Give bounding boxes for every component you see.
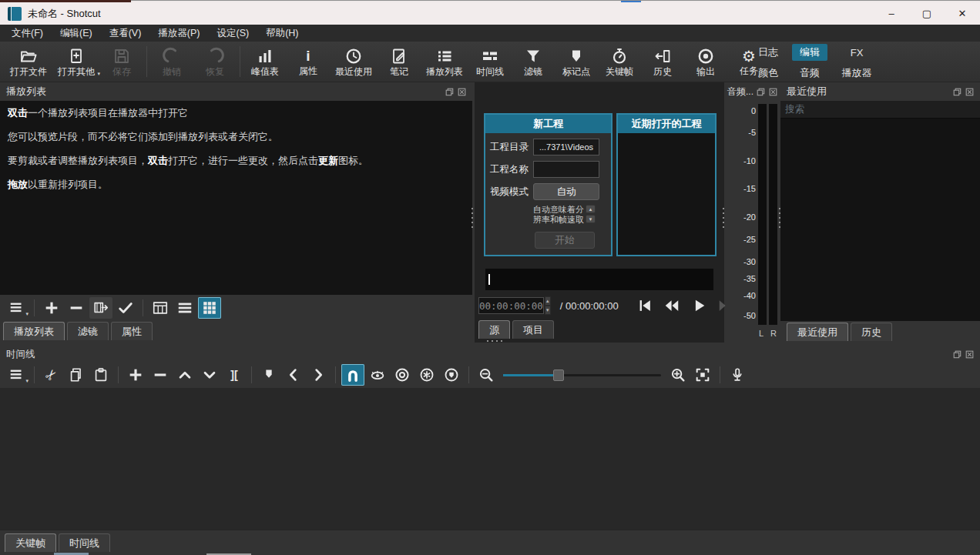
- playlist-update-button[interactable]: [114, 297, 137, 319]
- float-panel-icon[interactable]: [445, 88, 454, 96]
- play-button[interactable]: [690, 296, 708, 315]
- menu-file[interactable]: 文件(F): [3, 25, 52, 42]
- close-panel-icon[interactable]: [458, 88, 466, 96]
- open-file-button[interactable]: 打开文件: [5, 45, 52, 79]
- create-marker-button[interactable]: [257, 364, 280, 386]
- skip-to-start-button[interactable]: [636, 296, 654, 315]
- layout-audio[interactable]: 音频: [792, 65, 827, 82]
- timeline-menu-button[interactable]: ▾: [5, 364, 29, 386]
- timeline-zoom-slider[interactable]: [503, 366, 661, 384]
- recent-projects-list[interactable]: [618, 133, 715, 255]
- lift-button[interactable]: [173, 364, 196, 386]
- timecode-field[interactable]: 00:00:00:00: [478, 297, 544, 314]
- float-panel-icon[interactable]: [757, 88, 765, 96]
- record-audio-button[interactable]: [726, 364, 749, 386]
- keyframes-button[interactable]: 关键帧: [598, 45, 641, 79]
- save-button[interactable]: 保存: [100, 45, 143, 79]
- layout-player[interactable]: 播放器: [834, 65, 880, 82]
- ripple-button[interactable]: [391, 364, 414, 386]
- playlist-remove-button[interactable]: [65, 297, 88, 319]
- markers-button[interactable]: 标记点: [555, 45, 598, 79]
- slider-handle[interactable]: [553, 369, 564, 381]
- start-button[interactable]: 开始: [535, 232, 595, 249]
- player-scrub-bar[interactable]: [485, 269, 713, 290]
- undo-button[interactable]: 撤销: [150, 45, 193, 79]
- layout-logging[interactable]: 日志: [750, 44, 786, 61]
- splitter-handle[interactable]: [722, 206, 725, 229]
- hint-scroll-up-button[interactable]: ▲: [586, 205, 596, 213]
- tab-source[interactable]: 源: [478, 320, 510, 339]
- layout-editing[interactable]: 编辑: [792, 44, 827, 61]
- layout-color[interactable]: 颜色: [750, 65, 786, 82]
- close-panel-icon[interactable]: [965, 88, 974, 96]
- tab-filters[interactable]: 滤镜: [67, 322, 109, 340]
- recent-button[interactable]: 最近使用: [330, 45, 378, 79]
- zoom-in-button[interactable]: [666, 364, 690, 386]
- ripple-delete-button[interactable]: [149, 364, 172, 386]
- timeline-tracks-area[interactable]: [0, 388, 980, 530]
- rewind-button[interactable]: [663, 296, 681, 315]
- maximize-button[interactable]: ▢: [909, 2, 945, 25]
- cut-button[interactable]: ✂: [40, 364, 63, 386]
- splitter-handle[interactable]: [485, 339, 505, 343]
- project-folder-button[interactable]: ...7371\Videos: [533, 139, 599, 155]
- menu-edit[interactable]: 编辑(E): [52, 25, 101, 42]
- splitter-handle[interactable]: [778, 206, 781, 229]
- tab-history[interactable]: 历史: [851, 323, 892, 341]
- tab-timeline[interactable]: 时间线: [59, 533, 110, 552]
- playlist-button[interactable]: 播放列表: [421, 45, 468, 79]
- video-mode-button[interactable]: 自动: [533, 183, 599, 200]
- hint-scroll-down-button[interactable]: ▼: [586, 215, 596, 223]
- float-panel-icon[interactable]: [953, 350, 962, 359]
- paste-button[interactable]: [89, 364, 112, 386]
- float-panel-icon[interactable]: [953, 88, 962, 96]
- open-other-button[interactable]: 打开其他 ▾: [52, 45, 100, 79]
- next-marker-button[interactable]: [307, 364, 330, 386]
- slider-track[interactable]: [503, 374, 661, 376]
- scrub-while-dragging-button[interactable]: [366, 364, 389, 386]
- view-details-button[interactable]: [149, 297, 172, 319]
- project-name-input[interactable]: [533, 161, 599, 178]
- recent-search-input[interactable]: [780, 101, 980, 118]
- peak-meter-button[interactable]: 峰值表: [243, 45, 287, 79]
- filters-button[interactable]: 滤镜: [512, 45, 555, 79]
- close-panel-icon[interactable]: [965, 350, 974, 359]
- snap-button[interactable]: [341, 364, 364, 386]
- zoom-out-button[interactable]: [475, 364, 498, 386]
- menu-view[interactable]: 查看(V): [101, 25, 150, 42]
- tab-recent[interactable]: 最近使用: [787, 323, 848, 341]
- properties-button[interactable]: i 属性: [287, 46, 330, 78]
- minimize-button[interactable]: –: [874, 2, 909, 25]
- tab-playlist[interactable]: 播放列表: [3, 322, 65, 340]
- playlist-append-button[interactable]: [40, 297, 63, 319]
- redo-button[interactable]: 恢复: [193, 45, 237, 79]
- view-tiles-button[interactable]: [173, 297, 196, 319]
- ripple-all-tracks-button[interactable]: [415, 364, 438, 386]
- tab-properties[interactable]: 属性: [111, 322, 153, 340]
- append-button[interactable]: [124, 364, 147, 386]
- copy-button[interactable]: [65, 364, 88, 386]
- spin-down-icon[interactable]: ▼: [545, 306, 551, 315]
- history-button[interactable]: 历史: [641, 45, 684, 79]
- close-button[interactable]: ✕: [945, 2, 980, 25]
- splitter-handle[interactable]: [471, 206, 474, 229]
- notes-button[interactable]: 笔记: [378, 45, 421, 79]
- split-button[interactable]: ][: [223, 364, 246, 386]
- layout-fx[interactable]: FX: [834, 44, 880, 61]
- menu-help[interactable]: 帮助(H): [257, 25, 307, 42]
- menu-settings[interactable]: 设定(S): [208, 25, 257, 42]
- playlist-open-button[interactable]: [89, 297, 112, 319]
- timecode-spinner[interactable]: ▲▼: [545, 296, 551, 315]
- playlist-menu-button[interactable]: ▾: [5, 297, 29, 319]
- spin-up-icon[interactable]: ▲: [545, 296, 551, 306]
- previous-marker-button[interactable]: [282, 364, 305, 386]
- tab-project[interactable]: 项目: [512, 320, 554, 339]
- output-button[interactable]: 输出: [684, 45, 727, 79]
- ripple-markers-button[interactable]: [440, 364, 463, 386]
- close-panel-icon[interactable]: [769, 88, 777, 96]
- recent-list[interactable]: [780, 119, 980, 321]
- timeline-button[interactable]: 时间线: [468, 45, 512, 79]
- overwrite-button[interactable]: [198, 364, 221, 386]
- tab-keyframes[interactable]: 关键帧: [5, 533, 56, 552]
- menu-player[interactable]: 播放器(P): [149, 25, 208, 42]
